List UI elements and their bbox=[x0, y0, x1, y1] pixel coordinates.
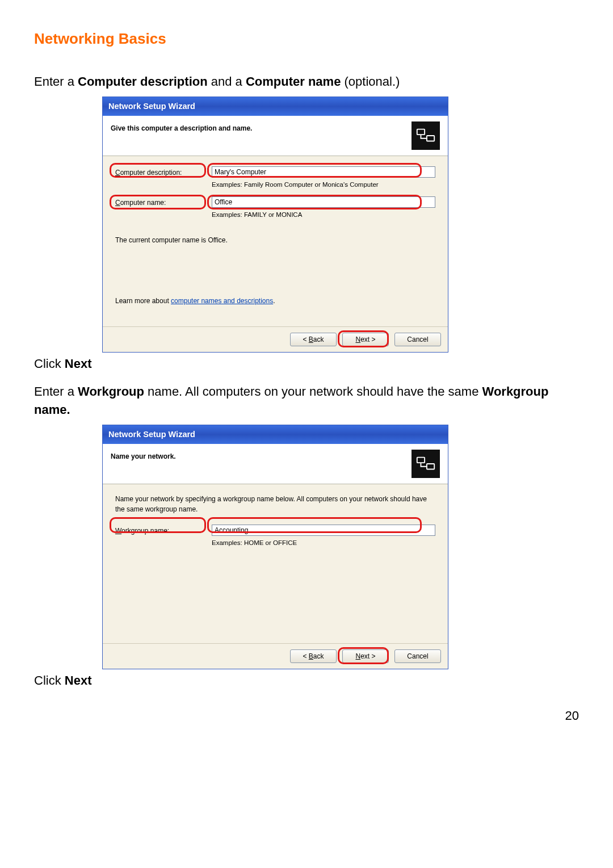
computer-name-label: Computer name: bbox=[115, 196, 212, 208]
workgroup-row: Workgroup name: bbox=[115, 525, 435, 536]
workgroup-label: Workgroup name: bbox=[115, 525, 212, 536]
text: Learn more about bbox=[115, 297, 171, 305]
svg-rect-0 bbox=[417, 129, 425, 135]
instruction-2: Enter a Workgroup name. All computers on… bbox=[34, 383, 579, 419]
bold: Next bbox=[65, 357, 92, 371]
wizard-body: Name your network by specifying a workgr… bbox=[103, 484, 448, 643]
wizard-footer: < Back Next > Cancel bbox=[103, 326, 448, 352]
computer-name-row: Computer name: bbox=[115, 196, 435, 208]
next-button[interactable]: Next > bbox=[342, 333, 389, 346]
page-title: Networking Basics bbox=[34, 28, 579, 50]
cancel-button[interactable]: Cancel bbox=[394, 333, 441, 346]
svg-rect-3 bbox=[427, 464, 434, 469]
banner: Name your network. bbox=[103, 444, 448, 484]
click-next-2: Click Next bbox=[34, 672, 579, 690]
wizard-footer: < Back Next > Cancel bbox=[103, 643, 448, 669]
computer-description-input[interactable] bbox=[212, 166, 435, 178]
titlebar: Network Setup Wizard bbox=[103, 425, 448, 444]
bold: Workgroup bbox=[78, 384, 144, 399]
workgroup-input[interactable] bbox=[212, 525, 435, 536]
text: . bbox=[273, 297, 275, 305]
computer-description-row: Computer description: bbox=[115, 166, 435, 178]
network-icon bbox=[412, 121, 440, 150]
learn-more-line: Learn more about computer names and desc… bbox=[115, 296, 435, 306]
text: Click bbox=[34, 357, 65, 371]
text: and a bbox=[208, 74, 246, 89]
svg-rect-1 bbox=[427, 136, 434, 141]
text: name. All computers on your network shou… bbox=[144, 384, 482, 399]
banner: Give this computer a description and nam… bbox=[103, 116, 448, 156]
current-computer-name: The current computer name is Office. bbox=[115, 236, 435, 245]
bold: Next bbox=[65, 673, 92, 687]
bold: Computer description bbox=[78, 74, 208, 89]
learn-more-link[interactable]: computer names and descriptions bbox=[171, 297, 273, 305]
wizard-body: Computer description: Examples: Family R… bbox=[103, 156, 448, 326]
back-button[interactable]: < Back bbox=[290, 333, 337, 346]
banner-text: Name your network. bbox=[111, 450, 407, 462]
text: Enter a bbox=[34, 384, 78, 399]
titlebar: Network Setup Wizard bbox=[103, 97, 448, 116]
banner-text: Give this computer a description and nam… bbox=[111, 121, 407, 133]
back-button[interactable]: < Back bbox=[290, 649, 337, 663]
computer-name-input[interactable] bbox=[212, 196, 435, 208]
cancel-button[interactable]: Cancel bbox=[394, 649, 441, 663]
intro-text: Name your network by specifying a workgr… bbox=[115, 494, 435, 514]
network-icon bbox=[412, 450, 440, 478]
text: omputer name: bbox=[120, 199, 166, 207]
computer-name-example: Examples: FAMILY or MONICA bbox=[115, 210, 435, 220]
next-button[interactable]: Next > bbox=[342, 649, 389, 663]
wizard-2-window: Network Setup Wizard Name your network. … bbox=[102, 425, 448, 669]
computer-description-example: Examples: Family Room Computer or Monica… bbox=[115, 180, 435, 190]
click-next-1: Click Next bbox=[34, 355, 579, 373]
computer-description-label: Computer description: bbox=[115, 166, 212, 178]
bold: Computer name bbox=[246, 74, 341, 89]
wizard-1-window: Network Setup Wizard Give this computer … bbox=[102, 97, 448, 353]
svg-rect-2 bbox=[417, 458, 425, 463]
text: Enter a bbox=[34, 74, 78, 89]
page-number: 20 bbox=[34, 707, 579, 725]
instruction-1: Enter a Computer description and a Compu… bbox=[34, 73, 579, 91]
text: (optional.) bbox=[341, 74, 400, 89]
workgroup-example: Examples: HOME or OFFICE bbox=[115, 538, 435, 548]
text: Click bbox=[34, 673, 65, 687]
